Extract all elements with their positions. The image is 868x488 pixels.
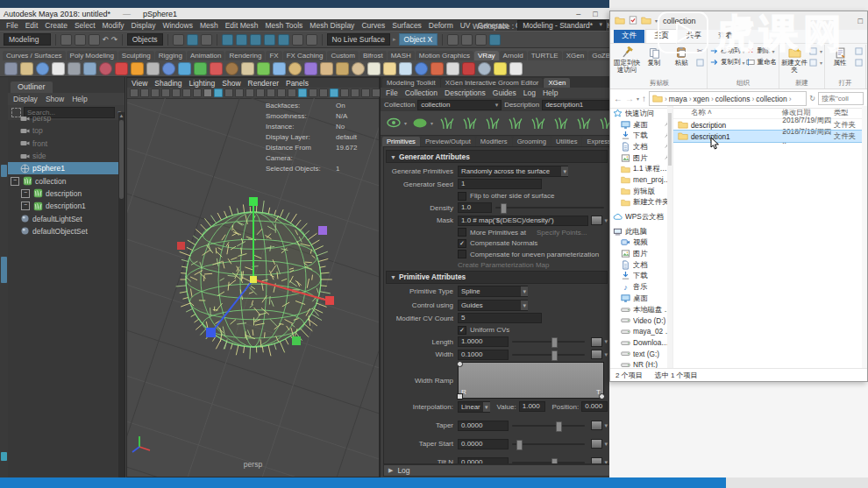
chevron-down-icon[interactable]: ▾ (655, 18, 658, 24)
paste-button[interactable]: 粘贴 (668, 45, 694, 67)
shelf-tab-fx[interactable]: FX (266, 51, 281, 60)
shelf-tool-icon[interactable] (257, 62, 270, 75)
shelf-tool-icon[interactable] (367, 62, 381, 75)
section-header-generator-attributes[interactable]: ▼Generator Attributes (386, 150, 608, 163)
shelf-tool-icon[interactable] (509, 62, 523, 75)
back-icon[interactable]: ← (614, 95, 623, 103)
shelf-tool-icon[interactable] (146, 62, 160, 75)
outliner-item-top[interactable]: top (8, 124, 118, 137)
rename-button[interactable]: 重命名 (746, 57, 778, 67)
sidebar-item-text-g[interactable]: text (G:) (610, 348, 672, 359)
xgen-menu-help[interactable]: Help (543, 88, 558, 97)
shelf-tool-icon[interactable] (383, 62, 396, 75)
viewport-tool-icon[interactable] (245, 88, 254, 97)
shelf-tool-icon[interactable] (494, 62, 507, 75)
edit-button[interactable] (854, 46, 864, 56)
viewport-panel[interactable]: ViewShadingLightingShowRendererPanels Ba… (126, 77, 380, 477)
outliner-scrollbar[interactable]: ▲ (118, 112, 125, 477)
menu-surfaces[interactable]: Surfaces (388, 21, 425, 30)
ribbon-tab-[interactable]: 查看 (710, 30, 741, 43)
viewport-menu-panels[interactable]: Panels (286, 79, 309, 88)
value-input[interactable]: 1.000 (519, 401, 545, 412)
shelf-tab-rendering[interactable]: Rendering (225, 51, 265, 60)
snap-point-icon[interactable] (250, 34, 261, 46)
menu-deform[interactable]: Deform (425, 21, 457, 30)
section-tab-primitives[interactable]: Primitives (382, 137, 420, 146)
lock-icon[interactable] (306, 34, 317, 46)
map-icon[interactable] (591, 439, 602, 449)
tilt-n-value[interactable]: 0.0000 (458, 457, 509, 465)
compensate-for-uneven-parameterization-checkbox[interactable] (458, 250, 466, 258)
viewport-menu-shading[interactable]: Shading (154, 79, 181, 88)
copy-button[interactable]: 复制 (641, 45, 667, 67)
shelf-tab-arnold[interactable]: Arnold (500, 51, 527, 60)
mask-expression[interactable]: 1.0 # map('$(DESC)/density/') (458, 216, 588, 226)
expand-icon[interactable]: ▶ (388, 467, 393, 474)
redo-icon[interactable]: ↷ (111, 35, 117, 44)
breadcrumb-item-collections[interactable]: collections (715, 95, 751, 103)
xgen-lock-guides-icon[interactable] (530, 116, 547, 131)
new-scene-icon[interactable] (60, 34, 72, 46)
viewport-tool-icon[interactable] (193, 88, 202, 97)
sidebar-item-[interactable]: 桌面 (610, 293, 672, 304)
shelf-tool-icon[interactable] (446, 62, 459, 75)
sidebar-item-1-1[interactable]: 1.1 课程介绍 (610, 163, 672, 174)
expander-icon[interactable]: − (21, 202, 30, 210)
shelf-tool-icon[interactable] (415, 62, 428, 75)
shelf-tool-icon[interactable] (430, 62, 444, 75)
move-to-button[interactable]: 移动到▾ (709, 46, 745, 56)
easy-access-button[interactable]: ▾ (808, 57, 822, 67)
taper-start-slider[interactable] (512, 443, 585, 445)
viewport-tool-icon[interactable] (151, 88, 160, 97)
sidebar-item-c[interactable]: 本地磁盘 (C:) (610, 304, 672, 315)
viewport-tool-icon[interactable] (214, 88, 223, 97)
chevron-down-icon[interactable]: ▾ (604, 338, 608, 345)
refresh-icon[interactable]: ↻ (809, 95, 815, 103)
taper-slider[interactable] (512, 425, 585, 427)
ramp-key-handle[interactable] (457, 393, 463, 400)
viewport-tool-icon[interactable] (182, 88, 191, 97)
flip-to-other-side-of-surface-checkbox[interactable] (458, 192, 466, 201)
viewport-tool-icon[interactable] (203, 88, 212, 97)
scrollbar-thumb[interactable] (119, 120, 124, 199)
scroll-up-icon[interactable]: ▲ (118, 112, 125, 119)
shelf-tool-icon[interactable] (20, 62, 33, 75)
xgen-add-guide-icon[interactable] (484, 116, 502, 131)
xgen-place-guides-icon[interactable] (461, 116, 479, 131)
viewport-tool-icon[interactable] (172, 88, 181, 97)
tilt-n-slider[interactable] (512, 462, 585, 463)
chevron-down-icon[interactable]: ▾ (604, 351, 608, 358)
viewport-tool-icon[interactable] (224, 88, 233, 97)
shelf-tool-icon[interactable] (83, 62, 96, 75)
pin-to-quick-access-button[interactable]: 固定到快速访问 (614, 45, 640, 74)
menu-modify[interactable]: Modify (99, 21, 128, 30)
viewport-tool-icon[interactable] (235, 88, 244, 97)
outliner-item-front[interactable]: front (8, 138, 118, 150)
shelf-tab-custom[interactable]: Custom (327, 51, 359, 60)
sidebar-item-[interactable]: ♪音乐 (610, 281, 672, 293)
outliner-menu-help[interactable]: Help (72, 95, 87, 103)
menu-curves[interactable]: Curves (358, 21, 388, 30)
shelf-tab-curves-surfaces[interactable]: Curves / Surfaces (3, 51, 66, 60)
ribbon-tab-[interactable]: 文件 (614, 30, 644, 43)
ramp-key-handle[interactable] (457, 361, 463, 367)
viewport-tool-icon[interactable] (256, 88, 265, 97)
ramp-key-handle[interactable] (599, 393, 605, 400)
file-list-scrollbar[interactable] (862, 106, 867, 369)
slider-handle[interactable] (551, 458, 558, 465)
panel-tab-xgen-interactive-groom-editor[interactable]: XGen Interactive Groom Editor (441, 78, 544, 88)
select-component-icon[interactable] (201, 34, 212, 46)
undo-icon[interactable]: ↶ (103, 35, 109, 44)
menu-mesh-display[interactable]: Mesh Display (306, 21, 358, 30)
shelf-tool-icon[interactable] (178, 62, 191, 75)
open-scene-icon[interactable] (75, 34, 86, 46)
shelf-tool-icon[interactable] (225, 62, 238, 75)
shelf-tool-icon[interactable] (99, 62, 112, 75)
shelf-tool-icon[interactable] (52, 62, 65, 75)
column-header-[interactable]: 名称 ˄ (673, 108, 781, 117)
collection-dropdown[interactable]: collection▾ (417, 100, 502, 110)
section-tab-modifiers[interactable]: Modifiers (476, 137, 512, 146)
progress-bar-filled[interactable] (0, 477, 726, 488)
shelf-tab-animation[interactable]: Animation (187, 51, 225, 60)
viewport-menu-lighting[interactable]: Lighting (189, 79, 215, 88)
